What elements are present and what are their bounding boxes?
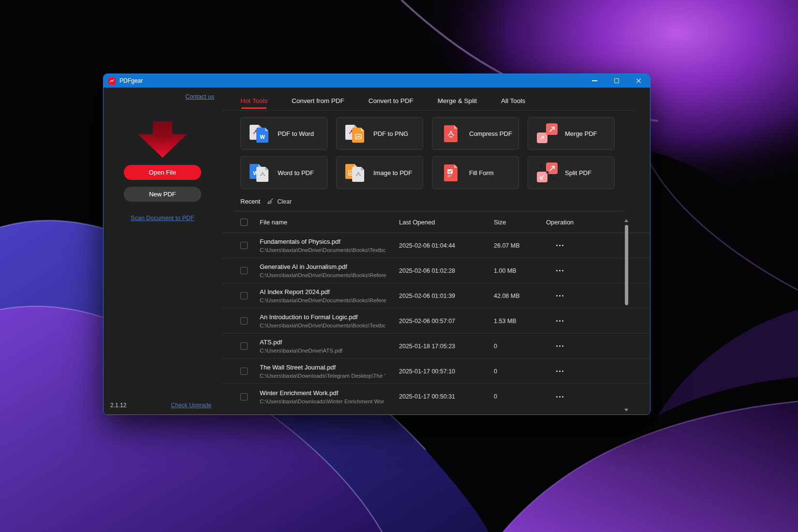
maximize-icon [614,78,619,83]
pdf-to-word-icon: W [249,123,271,144]
tool-pdf-to-png[interactable]: PDF to PNG [336,117,423,150]
file-size: 0 [494,393,546,400]
tool-label: PDF to PNG [373,130,408,137]
last-opened: 2025-02-06 01:04:44 [399,242,494,249]
tool-tabs: Hot Tools Convert from PDF Convert to PD… [222,97,635,111]
image-to-pdf-icon [344,162,367,183]
table-row[interactable]: Generative AI in Journalism.pdfC:\Users\… [222,258,650,283]
scan-document-link[interactable]: Scan Document to PDF [131,215,194,222]
last-opened: 2025-01-18 17:05:23 [399,343,494,350]
last-opened: 2025-02-06 01:01:39 [399,293,494,299]
tool-label: Compress PDF [469,130,512,137]
tab-merge-split[interactable]: Merge & Split [438,97,477,104]
tool-label: Merge PDF [565,130,597,137]
clear-recent-button[interactable]: Clear [277,198,292,205]
column-file-name: File name [260,219,399,226]
compress-pdf-icon [440,123,462,144]
tool-label: Split PDF [565,169,591,177]
row-operation-menu[interactable] [550,245,569,246]
file-name: Winter Enrichment Work.pdf [260,389,399,397]
tool-image-to-pdf[interactable]: Image to PDF [336,156,423,189]
file-name: ATS.pdf [260,339,399,346]
scroll-up-icon[interactable] [624,219,628,222]
last-opened: 2025-02-06 01:02:28 [399,267,494,274]
tab-all-tools[interactable]: All Tools [501,97,525,104]
open-file-button[interactable]: Open File [124,165,201,180]
row-checkbox[interactable] [240,368,248,375]
column-size: Size [494,219,546,226]
row-operation-menu[interactable] [550,396,569,398]
tab-hot-tools[interactable]: Hot Tools [240,97,267,104]
desktop: PDFgear Contact us [0,0,798,532]
file-path: C:\Users\baxia\OneDrive\Documents\Books\… [260,297,399,303]
tool-pdf-to-word[interactable]: W PDF to Word [240,117,327,150]
close-icon [636,78,642,84]
maximize-button[interactable] [606,74,628,88]
row-checkbox[interactable] [240,292,248,299]
table-row[interactable]: An Introduction to Formal Logic.pdfC:\Us… [222,309,650,334]
column-operation: Operation [546,219,590,226]
scrollbar-thumb[interactable] [625,225,628,305]
file-path: C:\Users\baxia\Downloads\Telegram Deskto… [260,373,399,379]
file-name: AI Index Report 2024.pdf [260,288,399,296]
table-row[interactable]: ATS.pdfC:\Users\baxia\OneDrive\ATS.pdf 2… [222,334,650,359]
broom-icon [266,198,274,205]
app-version: 2.1.12 [110,402,126,409]
tool-split-pdf[interactable]: Split PDF [528,156,615,189]
new-pdf-button[interactable]: New PDF [124,187,201,202]
merge-pdf-icon [536,123,558,144]
tool-merge-pdf[interactable]: Merge PDF [528,117,615,150]
pdf-to-png-icon [344,123,367,144]
minimize-button[interactable] [583,74,606,88]
row-operation-menu[interactable] [550,270,569,271]
window-title: PDFgear [119,77,143,84]
tab-convert-from-pdf[interactable]: Convert from PDF [292,97,344,104]
tool-word-to-pdf[interactable]: W Word to PDF [240,156,327,189]
recent-heading: Recent [240,198,260,205]
table-row[interactable]: Winter Enrichment Work.pdfC:\Users\baxia… [222,384,650,409]
titlebar[interactable]: PDFgear [103,74,650,88]
row-operation-menu[interactable] [550,295,569,296]
table-row[interactable]: The Wall Street Journal.pdfC:\Users\baxi… [222,359,650,384]
table-row[interactable]: Fundamentals of Physics.pdfC:\Users\baxi… [222,233,650,258]
file-name: Fundamentals of Physics.pdf [260,238,399,245]
file-size: 42.08 MB [494,293,546,299]
tab-convert-to-pdf[interactable]: Convert to PDF [369,97,414,104]
close-button[interactable] [628,74,650,88]
row-checkbox[interactable] [240,317,248,325]
file-name: An Introduction to Formal Logic.pdf [260,313,399,321]
row-checkbox[interactable] [240,267,248,274]
row-checkbox[interactable] [240,393,248,400]
minimize-icon [592,80,597,81]
pdfgear-window: PDFgear Contact us [103,74,650,415]
file-path: C:\Users\baxia\OneDrive\Documents\Books\… [260,247,399,253]
row-operation-menu[interactable] [550,320,569,322]
tool-label: Fill Form [469,169,494,177]
row-checkbox[interactable] [240,342,248,350]
tool-fill-form[interactable]: Fill Form [432,156,519,189]
file-path: C:\Users\baxia\OneDrive\Documents\Books\… [260,272,399,278]
select-all-checkbox[interactable] [240,219,248,226]
table-row[interactable]: AI Index Report 2024.pdfC:\Users\baxia\O… [222,283,650,309]
scrollbar[interactable] [624,219,629,412]
fill-form-icon [440,162,462,183]
file-path: C:\Users\baxia\OneDrive\Documents\Books\… [260,323,399,328]
recent-table-header: File name Last Opened Size Operation [222,211,650,233]
pdfgear-logo-icon [108,77,116,85]
row-operation-menu[interactable] [550,370,569,372]
file-path: C:\Users\baxia\OneDrive\ATS.pdf [260,348,399,354]
tool-label: Image to PDF [373,169,412,177]
sidebar: Contact us Open File New PDF Scan Docume… [103,88,222,415]
file-size: 0 [494,343,546,350]
row-checkbox[interactable] [240,242,248,249]
main-panel: Hot Tools Convert from PDF Convert to PD… [222,88,650,415]
contact-us-link[interactable]: Contact us [185,93,214,100]
scroll-down-icon[interactable] [624,409,628,412]
check-upgrade-link[interactable]: Check Upgrade [171,402,211,409]
file-size: 1.53 MB [494,318,546,325]
file-size: 0 [494,368,546,375]
tool-compress-pdf[interactable]: Compress PDF [432,117,519,150]
row-operation-menu[interactable] [550,345,569,347]
tool-label: PDF to Word [278,130,314,137]
download-arrow-icon [135,120,190,159]
